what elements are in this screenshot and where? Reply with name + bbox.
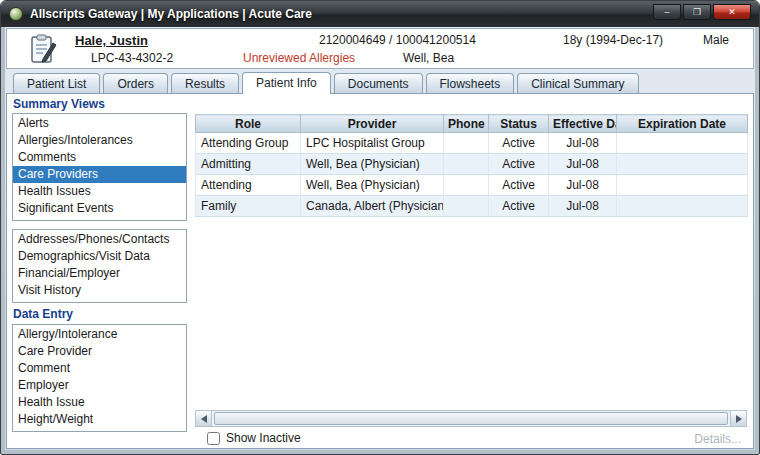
sidebar-item-significant-events[interactable]: Significant Events bbox=[13, 200, 186, 217]
sidebar-item-allergies-intolerances[interactable]: Allergies/Intolerances bbox=[13, 132, 186, 149]
cell-role: Attending Group bbox=[196, 133, 301, 154]
maximize-button[interactable]: ❐ bbox=[683, 4, 711, 20]
table-header-row: Role Provider Phone Status Effective Dat… bbox=[196, 115, 748, 133]
entry-item-employer[interactable]: Employer bbox=[13, 377, 186, 394]
tab-strip: Patient List Orders Results Patient Info… bbox=[13, 72, 753, 93]
cell-role: Attending bbox=[196, 175, 301, 196]
show-inactive-control: Show Inactive bbox=[207, 431, 301, 445]
cell-expiration-date bbox=[617, 175, 748, 196]
tab-patient-list[interactable]: Patient List bbox=[13, 73, 100, 93]
care-providers-table: Role Provider Phone Status Effective Dat… bbox=[195, 114, 748, 217]
cell-status: Active bbox=[489, 133, 549, 154]
patient-id: LPC-43-4302-2 bbox=[91, 51, 173, 65]
sidebar-item-alerts[interactable]: Alerts bbox=[13, 115, 186, 132]
sidebar-item-demographics-visit-data[interactable]: Demographics/Visit Data bbox=[13, 248, 186, 265]
app-icon bbox=[9, 7, 23, 21]
cell-effective-date: Jul-08 bbox=[549, 175, 617, 196]
cell-provider: Canada, Albert (Physician) bbox=[301, 196, 444, 217]
cell-effective-date: Jul-08 bbox=[549, 196, 617, 217]
sidebar-item-care-providers[interactable]: Care Providers bbox=[13, 166, 186, 183]
account-number: 2120004649 / 100041200514 bbox=[319, 33, 476, 47]
column-header-effective-date[interactable]: Effective Date bbox=[549, 115, 617, 133]
column-header-expiration-date[interactable]: Expiration Date bbox=[617, 115, 748, 133]
data-entry-label: Data Entry bbox=[13, 307, 73, 321]
details-link[interactable]: Details... bbox=[694, 432, 741, 446]
column-header-phone[interactable]: Phone bbox=[444, 115, 489, 133]
cell-role: Family bbox=[196, 196, 301, 217]
cell-status: Active bbox=[489, 154, 549, 175]
summary-views-label: Summary Views bbox=[13, 97, 105, 111]
scroll-left-icon bbox=[201, 415, 207, 423]
sidebar-item-financial-employer[interactable]: Financial/Employer bbox=[13, 265, 186, 282]
cell-status: Active bbox=[489, 175, 549, 196]
cell-provider: LPC Hospitalist Group bbox=[301, 133, 444, 154]
cell-phone bbox=[444, 175, 489, 196]
table-row[interactable]: Family Canada, Albert (Physician) Active… bbox=[196, 196, 748, 217]
table-row[interactable]: Admitting Well, Bea (Physician) Active J… bbox=[196, 154, 748, 175]
sidebar-item-addresses-phones-contacts[interactable]: Addresses/Phones/Contacts bbox=[13, 231, 186, 248]
column-header-provider[interactable]: Provider bbox=[301, 115, 444, 133]
allergy-alert[interactable]: Unreviewed Allergies bbox=[243, 51, 355, 65]
scroll-right-button[interactable] bbox=[730, 411, 746, 426]
cell-expiration-date bbox=[617, 154, 748, 175]
entry-item-comment[interactable]: Comment bbox=[13, 360, 186, 377]
cell-provider: Well, Bea (Physician) bbox=[301, 154, 444, 175]
close-button[interactable]: ✕ bbox=[713, 4, 751, 20]
age-dob: 18y (1994-Dec-17) bbox=[563, 33, 663, 47]
cell-role: Admitting bbox=[196, 154, 301, 175]
show-inactive-checkbox[interactable] bbox=[207, 432, 220, 445]
scroll-right-icon bbox=[736, 415, 742, 423]
info-views-list: Addresses/Phones/Contacts Demographics/V… bbox=[12, 229, 187, 303]
scrollbar-thumb[interactable] bbox=[214, 412, 728, 425]
tab-flowsheets[interactable]: Flowsheets bbox=[426, 73, 515, 93]
column-header-role[interactable]: Role bbox=[196, 115, 301, 133]
sidebar-item-health-issues[interactable]: Health Issues bbox=[13, 183, 186, 200]
summary-views-list: Alerts Allergies/Intolerances Comments C… bbox=[12, 113, 187, 221]
patient-info-panel: Summary Views Alerts Allergies/Intoleran… bbox=[6, 93, 754, 449]
data-entry-list: Allergy/Intolerance Care Provider Commen… bbox=[12, 324, 187, 432]
cell-phone bbox=[444, 133, 489, 154]
patient-banner: Hale, Justin LPC-43-4302-2 2120004649 / … bbox=[6, 28, 754, 69]
cell-effective-date: Jul-08 bbox=[549, 133, 617, 154]
table-row[interactable]: Attending Group LPC Hospitalist Group Ac… bbox=[196, 133, 748, 154]
scroll-left-button[interactable] bbox=[196, 411, 212, 426]
tab-clinical-summary[interactable]: Clinical Summary bbox=[517, 73, 638, 93]
window-title: Allscripts Gateway | My Applications | A… bbox=[30, 7, 653, 21]
app-window: Allscripts Gateway | My Applications | A… bbox=[0, 0, 760, 455]
sidebar-item-comments[interactable]: Comments bbox=[13, 149, 186, 166]
cell-provider: Well, Bea (Physician) bbox=[301, 175, 444, 196]
entry-item-height-weight[interactable]: Height/Weight bbox=[13, 411, 186, 428]
patient-sex: Male bbox=[703, 33, 729, 47]
sidebar-item-visit-history[interactable]: Visit History bbox=[13, 282, 186, 299]
cell-status: Active bbox=[489, 196, 549, 217]
attending-provider: Well, Bea bbox=[403, 51, 454, 65]
patient-name[interactable]: Hale, Justin bbox=[75, 33, 148, 48]
horizontal-scrollbar[interactable] bbox=[195, 410, 747, 427]
cell-phone bbox=[444, 196, 489, 217]
entry-item-health-issue[interactable]: Health Issue bbox=[13, 394, 186, 411]
cell-effective-date: Jul-08 bbox=[549, 154, 617, 175]
tab-patient-info[interactable]: Patient Info bbox=[242, 72, 331, 94]
entry-item-care-provider[interactable]: Care Provider bbox=[13, 343, 186, 360]
patient-chart-icon bbox=[29, 34, 57, 67]
column-header-status[interactable]: Status bbox=[489, 115, 549, 133]
show-inactive-label: Show Inactive bbox=[226, 431, 301, 445]
minimize-button[interactable]: – bbox=[653, 4, 681, 20]
entry-item-allergy-intolerance[interactable]: Allergy/Intolerance bbox=[13, 326, 186, 343]
cell-expiration-date bbox=[617, 133, 748, 154]
cell-phone bbox=[444, 154, 489, 175]
tab-orders[interactable]: Orders bbox=[103, 73, 168, 93]
tab-results[interactable]: Results bbox=[171, 73, 239, 93]
tab-documents[interactable]: Documents bbox=[334, 73, 423, 93]
client-area: Hale, Justin LPC-43-4302-2 2120004649 / … bbox=[5, 27, 755, 450]
cell-expiration-date bbox=[617, 196, 748, 217]
title-bar[interactable]: Allscripts Gateway | My Applications | A… bbox=[1, 1, 759, 27]
table-row[interactable]: Attending Well, Bea (Physician) Active J… bbox=[196, 175, 748, 196]
